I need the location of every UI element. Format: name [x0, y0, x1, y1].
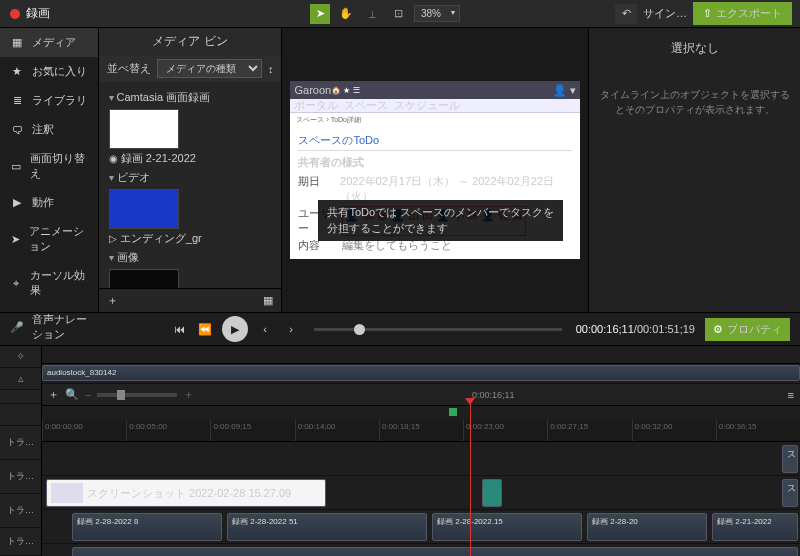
media-thumb[interactable] — [109, 269, 179, 288]
step-fwd-button[interactable]: ‹ — [256, 320, 274, 338]
properties-title: 選択なし — [597, 36, 792, 61]
video-clip[interactable]: 録画 2-28-2022 51 — [227, 513, 427, 541]
media-label: ▷ エンディング_gr — [109, 231, 272, 246]
screenshot-clip[interactable]: スクリーンショット 2022-02-28 15.27.09 — [46, 479, 326, 507]
sort-label: 並べ替え — [107, 61, 151, 76]
video-clip[interactable]: 録画 2-28-2022.15 — [432, 513, 582, 541]
play-button[interactable]: ▶ — [222, 316, 248, 342]
audio-clip[interactable] — [72, 547, 798, 556]
sidebar-item-annotations[interactable]: 🗨注釈 — [0, 115, 98, 144]
bin-category: ▾ Camtasia 画面録画 — [109, 90, 272, 105]
marker-row[interactable] — [42, 346, 800, 364]
caption-overlay: 共有ToDoでは スペースのメンバーでタスクを 分担することができます — [318, 200, 563, 241]
properties-panel: 選択なし タイムライン上のオブジェクトを選択するとそのプロパティが表示されます。 — [588, 28, 800, 312]
video-clip[interactable]: 録画 2-21-2022 — [712, 513, 798, 541]
hand-tool[interactable]: ✋ — [336, 4, 356, 24]
prev-clip-button[interactable]: ⏮ — [170, 320, 188, 338]
tl-cut-button[interactable]: ＋ — [48, 387, 59, 402]
media-icon: ▦ — [10, 36, 24, 49]
marker-tool2[interactable]: ▵ — [0, 368, 41, 390]
star-icon: ★ — [10, 65, 24, 78]
bin-category: ▾ ビデオ — [109, 170, 272, 185]
tl-zoom-slider[interactable] — [97, 393, 177, 397]
playhead-time: 0:00:16;11 — [472, 390, 515, 400]
sidebar-item-favorites[interactable]: ★お気に入り — [0, 57, 98, 86]
sidebar-item-cursor[interactable]: ⌖カーソル効果 — [0, 261, 98, 305]
track-label[interactable]: トラ… — [0, 460, 41, 494]
app-title: 録画 — [26, 5, 50, 22]
animation-icon: ➤ — [10, 233, 21, 246]
sidebar-item-narration[interactable]: 🎤音声ナレーション — [0, 305, 98, 349]
sidebar-item-media[interactable]: ▦メディア — [0, 28, 98, 57]
annotation-clip[interactable] — [482, 479, 502, 507]
clip-end[interactable]: ス — [782, 445, 798, 473]
pan-tool[interactable]: ⊡ — [388, 4, 408, 24]
export-label: エクスポート — [716, 6, 782, 21]
sort-select[interactable]: メディアの種類 — [157, 59, 262, 78]
sidebar-item-behaviors[interactable]: ▶動作 — [0, 188, 98, 217]
doc-heading: 共有者の様式 — [298, 155, 572, 170]
library-icon: ≣ — [10, 94, 24, 107]
signin-link[interactable]: サイン… — [643, 6, 687, 21]
timecode: 00:00:16;11/00:01:51;19 — [576, 323, 695, 335]
marker-tool[interactable]: ✧ — [0, 346, 41, 368]
behavior-icon: ▶ — [10, 196, 24, 209]
annotation-icon: 🗨 — [10, 124, 24, 136]
sidebar: ▦メディア ★お気に入り ≣ライブラリ 🗨注釈 ▭画面切り替え ▶動作 ➤アニメ… — [0, 28, 99, 312]
bin-title: メディア ビン — [99, 28, 282, 55]
scrub-bar[interactable] — [314, 328, 562, 331]
sidebar-item-library[interactable]: ≣ライブラリ — [0, 86, 98, 115]
video-clip[interactable]: 録画 2-28-20 — [587, 513, 707, 541]
crop-tool[interactable]: ⟂ — [362, 4, 382, 24]
next-clip-button[interactable]: › — [282, 320, 300, 338]
timeline-track[interactable]: ス — [42, 442, 800, 476]
tl-zoom-out[interactable]: 🔍 — [65, 388, 79, 401]
media-label: ◉ 録画 2-21-2022 — [109, 151, 272, 166]
sort-dir-icon[interactable]: ↕ — [268, 63, 274, 75]
sidebar-item-animations[interactable]: ➤アニメーション — [0, 217, 98, 261]
tl-menu-icon[interactable]: ≡ — [788, 389, 794, 401]
audio-clip[interactable]: audiostock_830142 — [42, 365, 800, 381]
track-label[interactable]: トラ… — [0, 426, 41, 460]
preview-app-name: Garoon — [294, 84, 331, 96]
export-button[interactable]: ⇧ エクスポート — [693, 2, 792, 25]
timeline-track[interactable]: 録画 2-28-2022 8 録画 2-28-2022 51 録画 2-28-2… — [42, 510, 800, 544]
properties-button[interactable]: ⚙ プロパティ — [705, 318, 790, 341]
playhead[interactable] — [470, 404, 471, 556]
bin-category: ▾ 画像 — [109, 250, 272, 265]
sidebar-item-transitions[interactable]: ▭画面切り替え — [0, 144, 98, 188]
record-icon — [10, 9, 20, 19]
cursor-icon: ⌖ — [10, 277, 22, 290]
transition-icon: ▭ — [10, 160, 22, 173]
track-label[interactable]: トラ… — [0, 528, 41, 556]
media-thumb[interactable] — [109, 109, 179, 149]
track-label[interactable]: トラ… — [0, 494, 41, 528]
undo-button[interactable]: ↶ — [615, 4, 637, 24]
marker-icon[interactable] — [449, 408, 457, 416]
properties-empty-msg: タイムライン上のオブジェクトを選択するとそのプロパティが表示されます。 — [597, 87, 792, 117]
timeline-track[interactable] — [42, 544, 800, 556]
preview-canvas[interactable]: Garoon 🏠 ★ ☰👤 ▾ ポータルスペーススケジュール スペース › To… — [282, 28, 588, 312]
timeline-track[interactable]: スクリーンショット 2022-02-28 15.27.09 ス — [42, 476, 800, 510]
step-back-button[interactable]: ⏪ — [196, 320, 214, 338]
view-toggle-button[interactable]: ▦ — [263, 294, 273, 307]
mic-icon: 🎤 — [10, 321, 24, 334]
timeline-ruler[interactable]: 0:00:00;00 0:00:05;00 0:00:09;15 0:00:14… — [42, 420, 800, 442]
clip-end[interactable]: ス — [782, 479, 798, 507]
media-thumb[interactable] — [109, 189, 179, 229]
video-clip[interactable]: 録画 2-28-2022 8 — [72, 513, 222, 541]
add-media-button[interactable]: ＋ — [107, 293, 118, 308]
pointer-tool[interactable]: ➤ — [310, 4, 330, 24]
media-bin: メディア ビン 並べ替え メディアの種類 ↕ ▾ Camtasia 画面録画 ◉… — [99, 28, 283, 312]
zoom-select[interactable]: 38% — [414, 5, 460, 22]
